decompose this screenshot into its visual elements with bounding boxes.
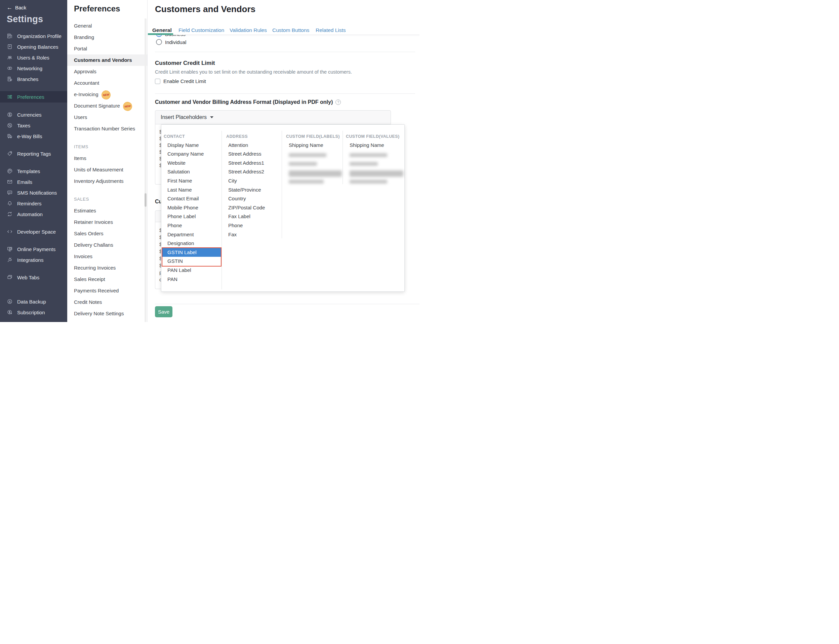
enable-credit-limit-row[interactable]: Enable Credit Limit (155, 78, 206, 84)
pref-item-sales-orders[interactable]: Sales Orders (67, 228, 147, 239)
tab-validation-rules[interactable]: Validation Rules (230, 26, 267, 34)
sidebar-item-organization-profile[interactable]: Organization Profile (0, 31, 67, 41)
placeholder-item-zip-postal-code[interactable]: ZIP/Postal Code (224, 203, 277, 212)
new-badge: NEW (122, 101, 133, 111)
pref-item-document-signature[interactable]: Document SignatureNEW (67, 100, 147, 112)
sidebar-item-e-way-bills[interactable]: e-Way Bills (0, 131, 67, 141)
sidebar-item-taxes[interactable]: Taxes (0, 120, 67, 131)
pref-item-recurring-invoices[interactable]: Recurring Invoices (67, 262, 147, 274)
pref-item-accountant[interactable]: Accountant (67, 77, 147, 89)
tab-custom-buttons[interactable]: Custom Buttons (272, 26, 309, 34)
pref-item-transaction-number-series[interactable]: Transaction Number Series (67, 123, 147, 135)
pref-item-branding[interactable]: Branding (67, 31, 147, 43)
sidebar-item-networking[interactable]: Networking (0, 63, 67, 74)
pref-item-items[interactable]: Items (67, 153, 147, 164)
placeholder-item-phone[interactable]: Phone (162, 221, 221, 230)
pref-item-delivery-note-settings[interactable]: Delivery Note Settings (67, 308, 147, 319)
placeholder-item-street-address1[interactable]: Street Address1 (224, 159, 277, 168)
question-circle-icon[interactable]: ? (335, 100, 341, 105)
individual-radio-row[interactable]: Individual (148, 39, 186, 45)
placeholder-item-phone[interactable]: Phone (224, 221, 277, 230)
tab-related-lists[interactable]: Related Lists (316, 26, 346, 34)
pref-item-label: Approvals (74, 69, 97, 74)
placeholder-item-contact-email[interactable]: Contact Email (162, 194, 221, 203)
placeholder-item-attention[interactable]: Attention (224, 141, 277, 150)
pref-item-retainer-invoices[interactable]: Retainer Invoices (67, 217, 147, 228)
placeholder-item-company-name[interactable]: Company Name (162, 150, 221, 159)
pref-item-invoices[interactable]: Invoices (67, 251, 147, 262)
sidebar-item-data-backup[interactable]: Data Backup (0, 296, 67, 307)
back-arrow-icon: ← (7, 5, 12, 10)
placeholder-item-website[interactable]: Website (162, 159, 221, 168)
sidebar-nav-group: TemplatesEmailsSMS NotificationsReminder… (0, 166, 67, 220)
pref-item-users[interactable]: Users (67, 112, 147, 123)
placeholder-item-designation[interactable]: Designation (162, 239, 221, 248)
placeholder-item-state-province[interactable]: State/Province (224, 186, 277, 195)
placeholder-item-salutation[interactable]: Salutation (162, 168, 221, 176)
placeholder-item-pan[interactable]: PAN (162, 275, 221, 284)
sidebar-item-sms-notifications[interactable]: SMS Notifications (0, 187, 67, 198)
pref-item-approvals[interactable]: Approvals (67, 66, 147, 77)
sms-bubble-icon (7, 190, 13, 196)
save-button[interactable]: Save (155, 306, 172, 317)
sidebar-item-label: Templates (17, 168, 40, 174)
enable-credit-limit-checkbox[interactable] (155, 79, 160, 84)
placeholder-item-city[interactable]: City (224, 176, 277, 186)
pref-item-units-of-measurement[interactable]: Units of Measurement (67, 164, 147, 176)
placeholder-item-fax-label[interactable]: Fax Label (224, 212, 277, 221)
placeholder-item-phone-label[interactable]: Phone Label (162, 212, 221, 221)
pref-item-e-invoicing[interactable]: e-InvoicingNEW (67, 89, 147, 100)
individual-radio[interactable] (156, 39, 162, 45)
scrollbar-thumb[interactable] (144, 193, 146, 207)
sidebar-item-subscription[interactable]: Subscription (0, 307, 67, 318)
pref-item-delivery-challans[interactable]: Delivery Challans (67, 239, 147, 251)
pref-item-portal[interactable]: Portal (67, 43, 147, 54)
placeholder-item-mobile-phone[interactable]: Mobile Phone (162, 203, 221, 212)
organization-icon (7, 33, 13, 39)
tab-field-customization[interactable]: Field Customization (179, 26, 224, 34)
placeholder-item-pan-label[interactable]: PAN Label (162, 266, 221, 275)
pref-item-payments-received[interactable]: Payments Received (67, 285, 147, 296)
sidebar-item-emails[interactable]: Emails (0, 176, 67, 187)
sidebar-item-templates[interactable]: Templates (0, 166, 67, 176)
billing-address-format-heading: Customer and Vendor Billing Address Form… (155, 99, 333, 105)
redacted-row (350, 153, 387, 157)
placeholder-item-country[interactable]: Country (224, 194, 277, 203)
sidebar-item-reminders[interactable]: Reminders (0, 198, 67, 209)
placeholder-item-fax[interactable]: Fax (224, 230, 277, 239)
sidebar-item-integrations[interactable]: Integrations (0, 255, 67, 265)
sidebar-item-preferences[interactable]: Preferences (0, 91, 67, 102)
pref-item-credit-notes[interactable]: Credit Notes (67, 296, 147, 308)
redacted-row (289, 180, 324, 184)
insert-placeholders-button[interactable]: Insert Placeholders (155, 110, 391, 124)
placeholder-item-shipping-name[interactable]: Shipping Name (346, 141, 403, 150)
pref-item-inventory-adjustments[interactable]: Inventory Adjustments (67, 176, 147, 187)
placeholder-item-last-name[interactable]: Last Name (162, 186, 221, 195)
sidebar-nav: Organization ProfileOpening BalancesUser… (0, 31, 67, 318)
placeholder-item-street-address[interactable]: Street Address (224, 150, 277, 159)
placeholder-item-gstin-label[interactable]: GSTIN Label (162, 248, 221, 257)
pref-item-label: Recurring Invoices (74, 265, 116, 271)
placeholder-item-gstin[interactable]: GSTIN (162, 257, 221, 266)
placeholder-item-street-address2[interactable]: Street Address2 (224, 168, 277, 176)
sidebar-item-web-tabs[interactable]: Web Tabs (0, 272, 67, 283)
sidebar-item-branches[interactable]: Branches (0, 74, 67, 84)
placeholder-item-shipping-name[interactable]: Shipping Name (285, 141, 342, 150)
placeholder-item-first-name[interactable]: First Name (162, 176, 221, 186)
placeholder-item-display-name[interactable]: Display Name (162, 141, 221, 150)
pref-item-sales-receipt[interactable]: Sales Receipt (67, 274, 147, 285)
sidebar-item-reporting-tags[interactable]: Reporting Tags (0, 148, 67, 159)
placeholder-item-department[interactable]: Department (162, 230, 221, 239)
sidebar-item-label: Subscription (17, 310, 45, 315)
sidebar-item-developer-space[interactable]: Developer Space (0, 226, 67, 237)
sidebar-item-automation[interactable]: Automation (0, 209, 67, 220)
sidebar-item-opening-balances[interactable]: Opening Balances (0, 41, 67, 52)
preferences-scrollbar[interactable] (144, 18, 146, 322)
sidebar-item-online-payments[interactable]: Online Payments (0, 244, 67, 255)
sidebar-item-currencies[interactable]: Currencies (0, 109, 67, 120)
sidebar-item-users-roles[interactable]: Users & Roles (0, 52, 67, 63)
pref-item-customers-and-vendors[interactable]: Customers and Vendors (67, 54, 147, 66)
pref-item-estimates[interactable]: Estimates (67, 205, 147, 217)
pref-item-general[interactable]: General (67, 20, 147, 31)
back-button[interactable]: ← Back (7, 5, 26, 10)
